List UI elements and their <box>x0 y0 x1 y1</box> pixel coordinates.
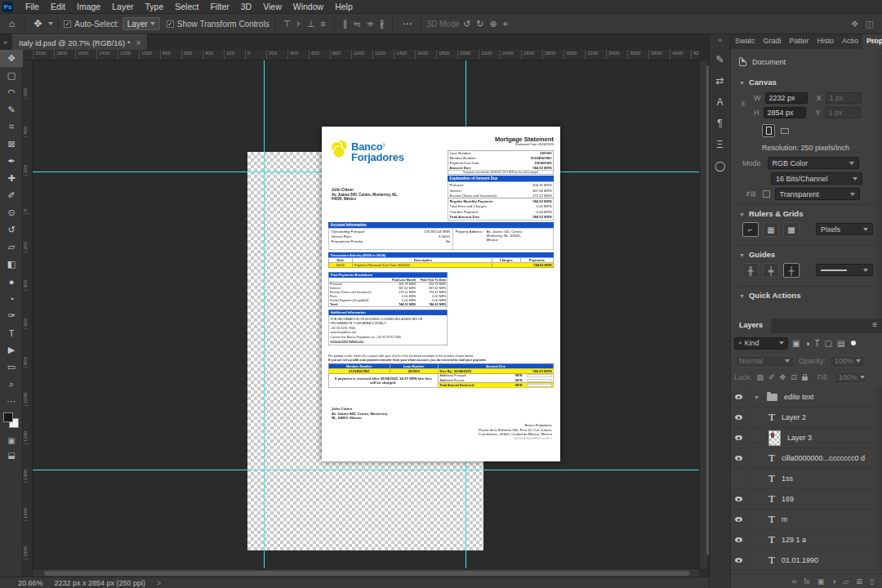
new-layer-icon[interactable]: ⊞ <box>857 577 863 586</box>
quick-actions-section-title[interactable]: ▼Quick Actions <box>739 291 800 300</box>
edit-toolbar-button[interactable]: ⋯ <box>0 393 23 410</box>
lasso-tool[interactable]: ◠ <box>0 84 23 101</box>
width-input[interactable]: 2232 px <box>765 92 808 104</box>
layer-group-icon[interactable]: ▱ <box>844 577 849 586</box>
gradient-tool[interactable]: ◧ <box>0 256 23 273</box>
align-horizontal-centers-icon[interactable]: ⊦ <box>296 19 301 29</box>
clear-guides-icon[interactable]: ┼ <box>783 263 800 278</box>
quick-mask-button[interactable]: ▣ <box>0 433 23 448</box>
menu-item[interactable]: Window <box>287 2 329 11</box>
align-left-edges-icon[interactable]: ⊤ <box>283 19 292 29</box>
blur-tool[interactable]: ● <box>0 273 23 290</box>
zoom-tool[interactable]: ⌕ <box>0 376 23 393</box>
panel-tab[interactable]: Actio <box>838 34 862 49</box>
menu-item[interactable]: 3D <box>235 2 257 11</box>
menu-item[interactable]: Help <box>329 2 359 11</box>
paragraph-panel-icon[interactable]: ¶ <box>710 113 730 134</box>
expand-panels-icon[interactable]: » <box>710 34 730 49</box>
dotted-grid-icon[interactable]: ▩ <box>783 222 800 237</box>
color-mode-dropdown[interactable]: RGB Color <box>768 157 859 169</box>
ruler-corner[interactable] <box>23 50 33 60</box>
layer-row[interactable]: ▼ T Layer 3 <box>731 428 882 448</box>
distribute-vertical-centers-icon[interactable]: ≒ <box>353 19 360 29</box>
filter-shape-layers-icon[interactable]: ▢ <box>825 339 832 348</box>
menu-item[interactable]: Layer <box>106 2 139 11</box>
type-tool[interactable]: T <box>0 324 23 341</box>
link-dimensions-icon[interactable]: ∞ <box>739 101 747 106</box>
character-styles-icon[interactable]: ⇄ <box>710 70 730 91</box>
visibility-toggle[interactable] <box>731 428 747 448</box>
guide-vertical[interactable] <box>264 60 265 568</box>
visibility-toggle[interactable] <box>731 530 747 550</box>
capture-icon[interactable]: ◫ <box>866 19 874 29</box>
lock-position-icon[interactable]: ✥ <box>780 373 786 381</box>
filter-type-layers-icon[interactable]: T <box>815 339 820 348</box>
rulers-grids-section-title[interactable]: ▼Rulers & Grids <box>739 209 803 218</box>
filter-toggle-icon[interactable] <box>851 341 856 345</box>
foreground-color-swatch[interactable] <box>3 412 13 422</box>
lock-transparent-pixels-icon[interactable]: ▨ <box>757 373 764 381</box>
filter-pixel-layers-icon[interactable]: ▣ <box>792 339 800 348</box>
canvas-section-title[interactable]: ▼Canvas <box>739 78 777 87</box>
visibility-toggle[interactable] <box>731 489 747 510</box>
clone-stamp-tool[interactable]: ⊙ <box>0 204 23 221</box>
lock-all-icon[interactable] <box>802 376 808 381</box>
layer-name[interactable]: 169 <box>782 495 794 503</box>
brush-tool[interactable]: ✐ <box>0 187 23 204</box>
layer-row[interactable]: ▼ T Layer 2 <box>731 408 882 428</box>
document-tab[interactable]: Italy id.psd @ 20.7% (RGB/16) * × <box>12 34 147 50</box>
menu-item[interactable]: File <box>20 2 45 11</box>
group-expand-chevron[interactable]: ▼ <box>754 394 760 400</box>
layer-name[interactable]: Layer 3 <box>787 434 812 442</box>
adjustment-layer-icon[interactable]: ◑ <box>831 577 835 586</box>
layers-scrollbar[interactable] <box>876 387 882 571</box>
guide-style-dropdown[interactable] <box>816 264 873 276</box>
layers-tab[interactable]: Layers <box>731 318 771 333</box>
menu-item[interactable]: Filter <box>204 2 234 11</box>
layer-effects-icon[interactable]: fx <box>804 577 810 586</box>
auto-select-target-dropdown[interactable]: Layer <box>122 17 160 30</box>
history-brush-tool[interactable]: ↺ <box>0 221 23 238</box>
character-panel-icon[interactable]: A <box>710 91 730 113</box>
home-icon[interactable]: ⌂ <box>5 18 19 29</box>
guide-horizontal[interactable] <box>33 470 699 470</box>
toolbar-collapse-icon[interactable]: » <box>0 38 12 50</box>
auto-select-checkbox[interactable]: ✓ <box>64 20 71 28</box>
add-guides-icon[interactable]: ╫ <box>742 263 759 278</box>
guide-layout-icon[interactable]: ╪ <box>763 263 779 278</box>
menu-item[interactable]: Edit <box>45 2 71 11</box>
visibility-toggle[interactable] <box>731 550 747 571</box>
3d-panel-icon[interactable]: ◯ <box>710 155 730 176</box>
menu-item[interactable]: Type <box>139 2 169 11</box>
distribute-horizontal-icon[interactable]: ∦ <box>380 19 385 29</box>
vertical-ruler[interactable]: 6004002000200400600800100012001400160018… <box>23 60 33 577</box>
zoom-level[interactable]: 20.66% <box>18 579 43 587</box>
visibility-toggle[interactable] <box>731 408 747 428</box>
layer-row[interactable]: ▼ T 1ss <box>731 469 882 489</box>
bit-depth-dropdown[interactable]: 16 Bits/Channel <box>771 172 862 185</box>
layer-row[interactable]: ▼ T edite text <box>731 387 882 408</box>
eraser-tool[interactable]: ▱ <box>0 238 23 256</box>
more-options-icon[interactable]: ⋯ <box>398 18 416 29</box>
pen-tool[interactable]: ✑ <box>0 307 23 324</box>
menu-item[interactable]: Select <box>169 2 204 11</box>
layer-name[interactable]: 01.01.1990 <box>782 556 818 564</box>
menu-item[interactable]: View <box>257 2 287 11</box>
status-menu-arrow-icon[interactable]: > <box>157 579 161 587</box>
panel-tab[interactable]: Gradi <box>760 34 786 49</box>
delete-layer-icon[interactable]: ▯ <box>870 577 874 586</box>
landscape-orientation-button[interactable] <box>778 124 791 137</box>
distribute-bottom-edges-icon[interactable]: ≑ <box>367 19 374 29</box>
horizontal-ruler[interactable]: 2000180016001400120010008006004002000200… <box>33 50 699 60</box>
frame-tool[interactable]: ⊠ <box>0 136 23 153</box>
filter-smart-objects-icon[interactable]: ▤ <box>837 339 844 348</box>
tool-preset-caret-icon[interactable] <box>48 22 53 25</box>
panel-tab[interactable]: Histo <box>813 34 839 49</box>
layer-row[interactable]: ▼ T cilla0000000...ccccccc0 d <box>731 448 882 469</box>
canvas-viewport[interactable]: Banco® Forjadores Mortgage Statement Sta… <box>33 60 699 568</box>
horizontal-scrollbar[interactable] <box>33 568 699 577</box>
eyedropper-tool[interactable]: ✒ <box>0 153 23 170</box>
corner-ruler-icon[interactable]: ⌐ <box>742 222 759 237</box>
visibility-toggle[interactable] <box>731 387 747 408</box>
visibility-toggle[interactable] <box>731 448 747 469</box>
